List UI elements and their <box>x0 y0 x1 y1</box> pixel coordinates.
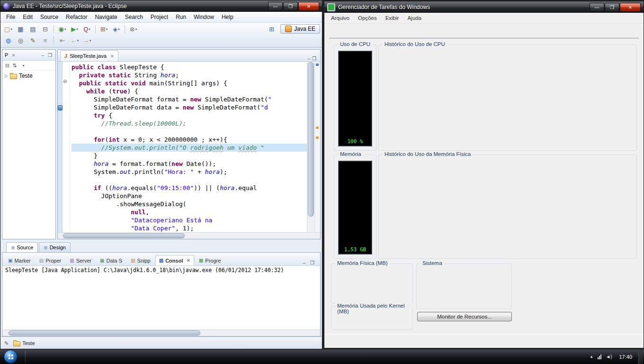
panel-tab-servers[interactable]: ▥Server <box>66 255 95 265</box>
minimize-button[interactable]: — <box>590 3 604 12</box>
coverage-button[interactable]: Q▾ <box>81 24 93 34</box>
scrollbar-thumb[interactable] <box>308 62 314 217</box>
search-button[interactable]: ◎ <box>15 35 27 46</box>
new-wizard-button[interactable]: ▢▾ <box>2 24 14 34</box>
link-editor-icon[interactable]: ⇅ <box>12 63 17 69</box>
tab-close-icon[interactable]: ✕ <box>186 258 190 263</box>
menu-help[interactable]: Help <box>218 13 237 21</box>
tab-source[interactable]: ≣Source <box>6 242 38 252</box>
project-item-teste[interactable]: ▷ Teste <box>3 72 54 80</box>
close-button[interactable]: ✕ <box>620 3 641 12</box>
editor-tab-sleepteste[interactable]: J SleepTeste.java ✕ <box>60 50 118 61</box>
menu-source[interactable]: Source <box>36 13 62 21</box>
new-java-project-button[interactable]: ⊞▾ <box>98 24 110 34</box>
code-area[interactable]: public class SleepTeste { private static… <box>70 62 307 232</box>
explorer-tree[interactable]: ▷ Teste <box>2 71 55 239</box>
forward-button[interactable]: →▾ <box>81 35 93 46</box>
editor-maximize-icon[interactable]: ❐ <box>311 56 317 61</box>
run-button[interactable]: ▶▾ <box>69 24 80 34</box>
fold-collapse-icon[interactable]: ⊖ <box>63 79 67 84</box>
save-all-button[interactable]: ▤ <box>27 24 39 34</box>
console-horizontal-scrollbar[interactable] <box>2 329 320 336</box>
eclipse-titlebar[interactable]: Java EE - Teste/src/SleepTeste.java - Ec… <box>0 0 322 12</box>
panel-tab-properties[interactable]: ▤Proper <box>36 255 65 265</box>
debug-button[interactable]: ◉▾ <box>56 24 68 34</box>
editor-tab-close-icon[interactable]: ✕ <box>110 54 114 59</box>
dropdown-arrow-icon[interactable]: ▾ <box>135 27 137 31</box>
print-button[interactable]: ⊟ <box>39 24 51 34</box>
panel-tab-progress[interactable]: ▩Progre <box>195 255 224 265</box>
perspective-java-ee[interactable]: Java EE <box>280 24 320 34</box>
menu-project[interactable]: Project <box>147 13 172 21</box>
console-output[interactable] <box>2 285 320 329</box>
editor-vertical-scrollbar[interactable] <box>307 62 314 232</box>
network-icon[interactable] <box>598 354 601 359</box>
folding-gutter[interactable]: ⊖ <box>63 62 70 232</box>
minimize-button[interactable]: — <box>268 2 283 11</box>
overview-ruler[interactable] <box>314 62 320 232</box>
explorer-close-icon[interactable]: ✕ <box>11 53 15 58</box>
save-button[interactable]: ▦ <box>15 24 27 34</box>
resource-monitor-button[interactable]: Monitor de Recursos... <box>417 312 512 321</box>
back-button[interactable]: ←▾ <box>69 35 80 46</box>
taskmgr-titlebar[interactable]: Gerenciador de Tarefas do Windows — ❐ ✕ <box>324 1 644 13</box>
close-button[interactable]: ✕ <box>298 2 319 11</box>
annotation-button[interactable]: ✎ <box>27 35 39 46</box>
menu-ajuda[interactable]: Ajuda <box>403 14 425 22</box>
menu-window[interactable]: Window <box>190 13 218 21</box>
editor-minimize-icon[interactable]: – <box>306 56 311 61</box>
editor-horizontal-scrollbar[interactable] <box>58 232 320 239</box>
explorer-maximize-icon[interactable]: ❐ <box>47 53 53 58</box>
panel-tab-markers[interactable]: ▣Marker <box>4 255 35 265</box>
dropdown-arrow-icon[interactable]: ▾ <box>106 27 108 31</box>
show-desktop-button[interactable] <box>638 350 643 364</box>
annotation-gutter[interactable] <box>58 62 63 232</box>
hidden-icons-arrow[interactable]: ▲ <box>590 355 593 359</box>
quick-fix-lamp-icon[interactable] <box>58 105 63 110</box>
panel-tab-snippets[interactable]: ▧Snipp <box>127 255 154 265</box>
menu-opções[interactable]: Opções <box>354 14 381 22</box>
menu-run[interactable]: Run <box>172 13 190 21</box>
explorer-tab[interactable]: P ✕ – ❐ <box>2 50 55 61</box>
taskbar-clock[interactable]: 17:40 <box>616 354 635 360</box>
menu-file[interactable]: File <box>2 13 19 21</box>
panel-tab-data-source[interactable]: ▦Data S <box>96 255 126 265</box>
collapse-all-icon[interactable]: ⊟ <box>5 63 9 69</box>
dropdown-arrow-icon[interactable]: ▾ <box>64 27 66 31</box>
panel-minimize-icon[interactable]: – <box>302 260 306 265</box>
run-icon: ▶ <box>71 26 76 32</box>
ruler-mark-blue[interactable] <box>316 64 319 66</box>
volume-icon[interactable]: ◄) <box>606 354 612 359</box>
external-tools-button[interactable]: ⊛▾ <box>127 24 139 34</box>
scrollbar-thumb[interactable] <box>63 233 185 238</box>
web-services-button[interactable]: ◈▾ <box>110 24 122 34</box>
open-perspective-icon[interactable]: ⊞ <box>266 24 277 34</box>
dropdown-arrow-icon[interactable]: ▾ <box>89 39 91 42</box>
menu-arquivo[interactable]: Arquivo <box>327 14 353 22</box>
explorer-minimize-icon[interactable]: – <box>40 53 45 58</box>
mark-occurrences-button[interactable]: ≡ <box>39 35 51 46</box>
web-browser-button[interactable]: ◍ <box>2 35 14 46</box>
expand-arrow-icon[interactable]: ▷ <box>5 73 8 78</box>
menu-search[interactable]: Search <box>121 13 147 21</box>
ruler-mark-warning[interactable] <box>316 136 319 139</box>
panel-tab-console[interactable]: ▨Consol✕ <box>155 255 194 265</box>
scrollbar-thumb[interactable] <box>9 330 200 336</box>
maximize-button[interactable]: ❐ <box>605 3 619 12</box>
menu-edit[interactable]: Edit <box>19 13 36 21</box>
maximize-button[interactable]: ❐ <box>283 2 298 11</box>
last-edit-location-button[interactable]: ⇤ <box>56 35 68 46</box>
dropdown-arrow-icon[interactable]: ▾ <box>77 39 79 42</box>
dropdown-arrow-icon[interactable]: ▾ <box>89 27 90 31</box>
panel-maximize-icon[interactable]: ❐ <box>309 260 315 265</box>
start-button[interactable] <box>4 350 18 364</box>
dropdown-arrow-icon[interactable]: ▾ <box>10 27 12 31</box>
menu-navigate[interactable]: Navigate <box>91 13 121 21</box>
dropdown-arrow-icon[interactable]: ▾ <box>76 27 78 31</box>
dropdown-arrow-icon[interactable]: ▾ <box>118 27 120 31</box>
tab-design[interactable]: ≣Design <box>39 242 71 252</box>
ruler-mark-warning[interactable] <box>316 127 319 129</box>
menu-exibir[interactable]: Exibir <box>382 14 403 22</box>
menu-refactor[interactable]: Refactor <box>62 13 91 21</box>
view-menu-icon[interactable]: ▾ <box>22 64 24 68</box>
